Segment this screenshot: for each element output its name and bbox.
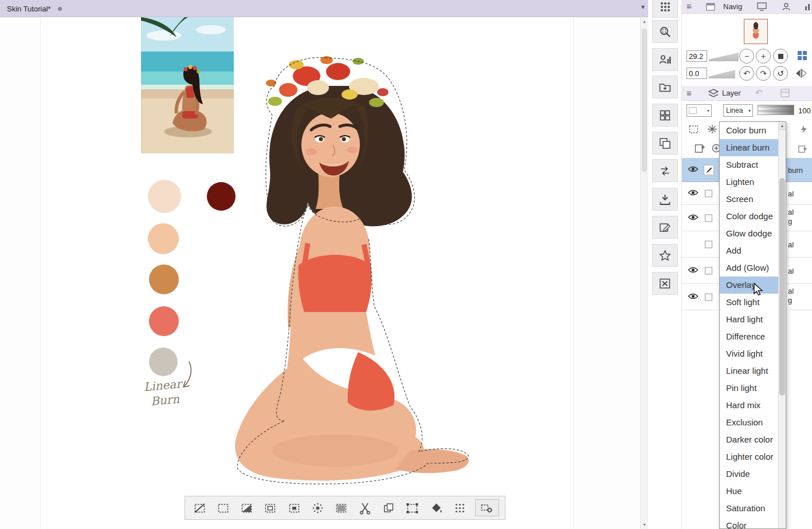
unsaved-indicator-dot xyxy=(58,7,62,11)
transform-exchange-tool-button[interactable] xyxy=(652,159,678,182)
scroll-down-arrow-icon[interactable]: ▼ xyxy=(641,520,648,529)
paint-swatch-mid-skin xyxy=(148,223,179,254)
blend-option-exclusion[interactable]: Exclusion xyxy=(720,414,778,431)
reference-photo xyxy=(141,17,234,153)
layer-checkbox[interactable] xyxy=(705,267,712,274)
blend-option-divide[interactable]: Divide xyxy=(720,465,778,483)
fill-selected-area-icon[interactable] xyxy=(333,499,350,516)
paint-swatch-coral xyxy=(149,306,179,336)
blend-option-lighter-color[interactable]: Lighter color xyxy=(720,448,778,465)
blend-option-color[interactable]: Color xyxy=(720,517,778,528)
tab-list-chevron-icon[interactable]: ▾ xyxy=(641,3,645,11)
layer-visibility-eye-icon[interactable] xyxy=(688,292,699,302)
feather-selection-icon[interactable] xyxy=(309,499,327,516)
dropdown-scrollbar[interactable]: ▲ xyxy=(778,122,786,528)
dropdown-scroll-up-icon[interactable]: ▲ xyxy=(779,122,786,130)
download-tool-button[interactable] xyxy=(652,188,678,211)
shrink-selection-icon[interactable] xyxy=(285,499,303,516)
layer-visibility-eye-icon[interactable] xyxy=(688,266,699,276)
layer-checkbox[interactable] xyxy=(705,293,712,301)
character-stats-tool-button[interactable] xyxy=(652,48,678,71)
layer-edit-brush-icon[interactable] xyxy=(704,165,714,175)
side-toolbar xyxy=(648,0,682,529)
blend-option-screen[interactable]: Screen xyxy=(720,191,778,208)
blend-option-hard-mix[interactable]: Hard mix xyxy=(720,397,778,414)
layer-label-partial: al xyxy=(788,208,794,216)
layer-label-partial: al xyxy=(788,240,794,248)
paint-swatch-tan xyxy=(149,264,179,294)
cut-icon[interactable] xyxy=(356,499,374,516)
zoom-search-tool-button[interactable] xyxy=(652,20,678,43)
blend-option-hue[interactable]: Hue xyxy=(720,483,778,500)
fill-tool-icon[interactable] xyxy=(427,499,445,516)
document-tab-title: Skin Tutorial* xyxy=(7,5,51,13)
blend-option-pin-light[interactable]: Pin light xyxy=(720,380,778,397)
layer-label-partial: al xyxy=(788,189,794,198)
layer-label-partial: al xyxy=(788,287,794,295)
grid-tool-button[interactable] xyxy=(652,104,678,127)
halftone-tool-button[interactable] xyxy=(652,0,678,18)
annotation-arrow xyxy=(180,361,195,390)
blend-option-saturation[interactable]: Saturation xyxy=(720,500,778,517)
layer-checkbox[interactable] xyxy=(705,214,712,222)
dropdown-scrollbar-thumb[interactable] xyxy=(779,178,785,396)
expand-selection-icon[interactable] xyxy=(262,499,279,516)
canvas-artwork-figure xyxy=(221,54,478,489)
materials-folder-tool-button[interactable] xyxy=(652,76,678,98)
blend-option-darker-color[interactable]: Darker color xyxy=(720,431,778,448)
blend-option-color-dodge[interactable]: Color dodge xyxy=(720,208,778,225)
scrollbar-thumb[interactable] xyxy=(642,29,647,172)
mouse-cursor xyxy=(753,283,764,297)
selection-settings-icon[interactable] xyxy=(475,499,499,516)
canvas-area[interactable]: Linear Burn xyxy=(0,17,640,529)
select-rect-icon[interactable] xyxy=(214,499,232,516)
invert-selection-icon[interactable] xyxy=(238,499,256,516)
blend-option-lighten[interactable]: Lighten xyxy=(720,173,778,191)
layer-label-partial: al xyxy=(788,266,794,275)
blend-option-glow-dodge[interactable]: Glow dodge xyxy=(720,225,778,242)
blend-option-color-burn[interactable]: Color burn xyxy=(720,122,778,139)
canvas-vertical-scrollbar[interactable]: ▲ ▼ xyxy=(640,17,648,529)
scroll-up-arrow-icon[interactable]: ▲ xyxy=(641,17,648,26)
close-delete-tool-button[interactable] xyxy=(652,272,678,295)
blend-option-subtract[interactable]: Subtract xyxy=(720,156,778,173)
favorites-star-tool-button[interactable] xyxy=(652,244,678,267)
deselect-icon[interactable] xyxy=(191,499,208,516)
blend-option-vivid-light[interactable]: Vivid light xyxy=(720,345,778,362)
screentone-icon[interactable] xyxy=(452,499,469,516)
blend-option-add-glow-[interactable]: Add (Glow) xyxy=(720,259,778,277)
blend-option-linear-light[interactable]: Linear light xyxy=(720,362,778,380)
blend-option-linear-burn[interactable]: Linear burn xyxy=(720,139,778,156)
document-tab[interactable]: Skin Tutorial* xyxy=(0,0,69,17)
scale-rotate-icon[interactable] xyxy=(404,499,421,516)
paint-swatch-dark-maroon xyxy=(207,182,236,211)
layer-label-partial: g xyxy=(788,296,792,305)
layer-visibility-eye-icon[interactable] xyxy=(688,165,699,175)
blend-option-add[interactable]: Add xyxy=(720,242,778,259)
blend-option-difference[interactable]: Difference xyxy=(720,328,778,345)
handwritten-annotation: Linear Burn xyxy=(143,376,183,409)
edit-canvas-tool-button[interactable] xyxy=(652,216,678,239)
app-window: Skin Tutorial* ▾ xyxy=(0,0,812,529)
layer-checkbox[interactable] xyxy=(705,190,712,197)
blend-option-overlay[interactable]: Overlay xyxy=(720,277,778,294)
blend-mode-dropdown-list: Color burnLinear burnSubtractLightenScre… xyxy=(720,122,778,528)
layer-label-partial: burn xyxy=(788,165,803,174)
paint-swatch-light-skin xyxy=(148,180,181,213)
panel-layout-tool-button[interactable] xyxy=(652,132,678,155)
blend-option-soft-light[interactable]: Soft light xyxy=(720,294,778,311)
layer-visibility-eye-icon[interactable] xyxy=(688,188,699,199)
copy-icon[interactable] xyxy=(380,499,398,516)
blend-mode-dropdown: Color burnLinear burnSubtractLightenScre… xyxy=(719,121,786,529)
layer-label-partial: g xyxy=(788,217,792,226)
selection-launcher xyxy=(185,496,505,520)
blend-option-hard-light[interactable]: Hard light xyxy=(720,311,778,328)
document-tab-bar: Skin Tutorial* ▾ xyxy=(0,0,648,17)
layer-checkbox[interactable] xyxy=(705,240,712,248)
layer-visibility-eye-icon[interactable] xyxy=(688,213,699,223)
paint-swatch-warm-gray xyxy=(149,348,178,376)
